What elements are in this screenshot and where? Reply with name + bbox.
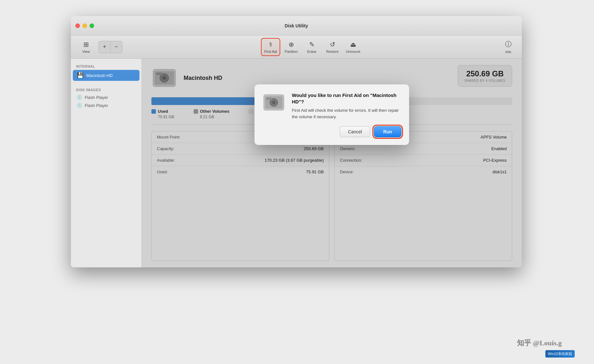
disk-images-section-label: Disk Images (71, 86, 141, 93)
modal-title: Would you like to run First Aid on "Maci… (292, 92, 401, 105)
info-icon: ⓘ (505, 40, 512, 49)
run-button[interactable]: Run (374, 126, 401, 137)
sidebar-item-flash-player-2[interactable]: 💿 Flash Player (73, 101, 139, 109)
flash-player-1-label: Flash Player (85, 95, 108, 100)
volume-controls: + − (99, 41, 122, 53)
watermark: 知乎 @Louis.g (517, 338, 562, 348)
zhihu-watermark: 知乎 @Louis.g (517, 338, 562, 348)
svg-point-10 (273, 102, 274, 103)
info-label: Info (505, 50, 511, 54)
traffic-lights (75, 24, 94, 28)
first-aid-label: First Aid (264, 50, 277, 53)
modal-description: First Aid will check the volume for erro… (292, 107, 401, 120)
flash-player-2-label: Flash Player (85, 103, 108, 108)
restore-button[interactable]: ↺ Restore (323, 38, 342, 56)
partition-icon: ⊕ (289, 41, 294, 48)
partition-label: Partition (285, 50, 298, 53)
win10-badge: Win10系统家园 (545, 350, 575, 358)
restore-label: Restore (326, 50, 339, 53)
modal-overlay: Would you like to run First Aid on "Maci… (142, 59, 522, 267)
first-aid-icon: ⚕ (269, 41, 273, 48)
hd-icon: 💾 (77, 72, 84, 79)
close-button[interactable] (75, 24, 80, 28)
erase-button[interactable]: ✎ Erase (302, 38, 321, 56)
macintosh-hd-label: Macintosh HD (86, 73, 113, 78)
internal-section-label: Internal (71, 62, 141, 70)
toolbar: ⊞ View + − ⚕ First Aid ⊕ Partition ✎ Era… (71, 35, 522, 59)
sidebar-item-flash-player-1[interactable]: 💿 Flash Player (73, 93, 139, 101)
modal-buttons: Cancel Run (262, 125, 401, 137)
disk-utility-window: Disk Utility ⊞ View + − ⚕ First Aid ⊕ Pa… (71, 16, 522, 267)
first-aid-dialog: Would you like to run First Aid on "Maci… (254, 84, 409, 145)
first-aid-button[interactable]: ⚕ First Aid (261, 38, 280, 56)
titlebar: Disk Utility (71, 16, 522, 35)
modal-disk-icon (262, 92, 285, 118)
unmount-button[interactable]: ⏏ Unmount (343, 38, 363, 56)
partition-button[interactable]: ⊕ Partition (282, 38, 301, 56)
view-button[interactable]: ⊞ View (75, 38, 97, 56)
sidebar-item-macintosh-hd[interactable]: 💾 Macintosh HD (73, 70, 139, 81)
modal-content: Would you like to run First Aid on "Maci… (262, 92, 401, 120)
unmount-icon: ⏏ (350, 41, 356, 48)
restore-icon: ↺ (330, 41, 335, 48)
erase-label: Erase (307, 50, 317, 53)
view-label: View (82, 50, 90, 53)
unmount-label: Unmount (346, 50, 360, 53)
add-volume-button[interactable]: + (99, 41, 110, 53)
info-button[interactable]: ⓘ Info (499, 38, 518, 56)
flash-player-2-icon: 💿 (77, 103, 82, 108)
sidebar: Internal 💾 Macintosh HD Disk Images 💿 Fl… (71, 59, 142, 267)
flash-player-1-icon: 💿 (77, 95, 82, 100)
remove-volume-button[interactable]: − (110, 41, 122, 53)
content-area: Macintosh HD 250.69 GB SHARED BY 4 VOLUM… (142, 59, 522, 267)
erase-icon: ✎ (309, 41, 315, 48)
maximize-button[interactable] (90, 24, 94, 28)
modal-text: Would you like to run First Aid on "Maci… (292, 92, 401, 120)
svg-rect-11 (266, 98, 272, 100)
minimize-button[interactable] (82, 24, 87, 28)
cancel-button[interactable]: Cancel (340, 126, 370, 137)
main-content: Internal 💾 Macintosh HD Disk Images 💿 Fl… (71, 59, 522, 267)
view-icon: ⊞ (83, 41, 89, 48)
window-title: Disk Utility (285, 23, 308, 28)
